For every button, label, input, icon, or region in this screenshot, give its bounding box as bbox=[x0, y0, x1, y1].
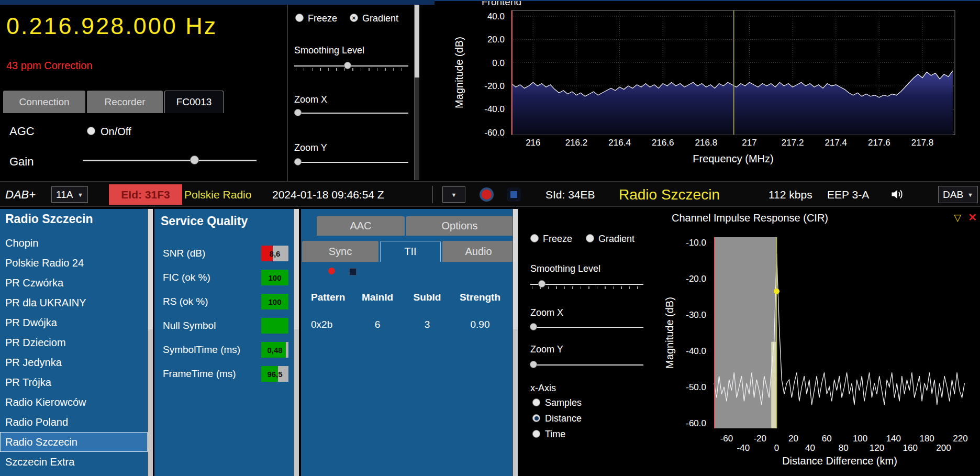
gain-slider-handle[interactable] bbox=[190, 156, 199, 164]
gain-label: Gain bbox=[9, 155, 34, 169]
spectrum-zoomx-handle[interactable] bbox=[294, 109, 302, 116]
xaxis-time-radio[interactable] bbox=[532, 430, 540, 438]
tab-audio[interactable]: Audio bbox=[442, 241, 515, 262]
spectrum-zoomy-slider[interactable] bbox=[294, 157, 408, 169]
gain-slider-track[interactable] bbox=[83, 160, 257, 161]
station-item[interactable]: PR Dzieciom bbox=[0, 333, 148, 352]
tab-fc0013[interactable]: FC0013 bbox=[164, 91, 224, 113]
svg-text:-50.0: -50.0 bbox=[686, 382, 706, 392]
svg-text:Distance Difference (km): Distance Difference (km) bbox=[782, 455, 897, 467]
gain-slider[interactable] bbox=[83, 155, 257, 167]
spectrum-controls-scrollbar[interactable] bbox=[414, 1, 419, 180]
station-item[interactable]: PR Trójka bbox=[0, 372, 148, 392]
tii-cell: 3 bbox=[404, 319, 451, 330]
cir-zoomx-handle[interactable] bbox=[530, 323, 537, 330]
tii-table-header: PatternMainIdSubIdStrength bbox=[301, 292, 513, 303]
tab-aac[interactable]: AAC bbox=[317, 216, 405, 236]
xaxis-samples-label: Samples bbox=[545, 397, 582, 408]
svg-text:-40.0: -40.0 bbox=[484, 104, 505, 114]
service-quality-scrollbar[interactable] bbox=[294, 209, 299, 476]
station-item[interactable]: PR Dwójka bbox=[0, 313, 148, 333]
sq-value-box: 0,48 bbox=[261, 342, 288, 358]
tab-recorder[interactable]: Recorder bbox=[87, 91, 163, 113]
station-item[interactable]: Radio Poland bbox=[0, 412, 148, 432]
sq-label: Null Symbol bbox=[163, 320, 261, 331]
tuner-panel: 0.216.928.000 Hz 43 ppm Correction Conne… bbox=[0, 0, 287, 181]
sq-label: SNR (dB) bbox=[163, 248, 261, 259]
cir-zoomy-handle[interactable] bbox=[530, 361, 537, 368]
record-button[interactable] bbox=[480, 187, 494, 202]
station-item[interactable]: Chopin bbox=[0, 233, 148, 253]
cir-smoothing-slider[interactable] bbox=[530, 279, 643, 291]
scrollbar-thumb[interactable] bbox=[294, 209, 299, 329]
svg-text:-20: -20 bbox=[753, 434, 766, 444]
agc-onoff-radio[interactable] bbox=[87, 127, 95, 135]
svg-text:-40: -40 bbox=[737, 443, 750, 453]
cir-gradient-radio[interactable] bbox=[586, 234, 594, 242]
svg-text:40: 40 bbox=[805, 443, 815, 453]
channel-dropdown[interactable]: 11A▼ bbox=[51, 186, 88, 203]
sq-value-box: 100 bbox=[261, 294, 288, 309]
spectrum-freeze-radio[interactable] bbox=[295, 14, 304, 22]
svg-text:80: 80 bbox=[839, 443, 849, 453]
svg-text:140: 140 bbox=[886, 434, 901, 444]
sq-value-text: 96,5 bbox=[261, 366, 288, 382]
svg-text:20: 20 bbox=[788, 434, 798, 444]
sq-value-text: 8,6 bbox=[261, 246, 288, 261]
sq-value-text: 100 bbox=[261, 294, 288, 309]
scrollbar-thumb[interactable] bbox=[148, 209, 153, 329]
tab-tii[interactable]: TII bbox=[380, 241, 441, 262]
svg-text:60: 60 bbox=[822, 434, 832, 444]
xaxis-distance-radio[interactable] bbox=[532, 414, 540, 422]
svg-text:216: 216 bbox=[526, 138, 540, 148]
tab-sync[interactable]: Sync bbox=[302, 241, 378, 262]
xaxis-samples-radio[interactable] bbox=[532, 398, 540, 406]
spectrum-freeze-label: Freeze bbox=[308, 13, 337, 24]
slider-tickmarks bbox=[532, 286, 642, 289]
spectrum-zoomx-slider[interactable] bbox=[294, 108, 408, 119]
speaker-icon[interactable] bbox=[890, 187, 905, 202]
output-value: DAB bbox=[943, 189, 963, 201]
station-item[interactable]: PR Jedynka bbox=[0, 352, 148, 372]
cir-smoothing-handle[interactable] bbox=[538, 280, 545, 287]
spectrum-gradient-radio[interactable] bbox=[350, 14, 358, 22]
cir-freeze-radio[interactable] bbox=[530, 234, 539, 242]
svg-text:40.0: 40.0 bbox=[487, 12, 505, 21]
cir-zoomy-label: Zoom Y bbox=[530, 344, 563, 355]
sq-value-text: 100 bbox=[261, 270, 288, 285]
spectrum-zoomx-label: Zoom X bbox=[294, 94, 327, 105]
sq-value-box bbox=[261, 318, 288, 334]
stations-scrollbar[interactable] bbox=[148, 209, 153, 476]
station-item[interactable]: Polskie Radio 24 bbox=[0, 253, 148, 273]
svg-text:216.8: 216.8 bbox=[695, 138, 718, 148]
svg-text:0.0: 0.0 bbox=[492, 58, 505, 68]
tab-options[interactable]: Options bbox=[406, 216, 513, 236]
presets-dropdown[interactable]: ▼ bbox=[442, 186, 465, 203]
scrollbar-thumb[interactable] bbox=[415, 4, 419, 78]
tii-table-row: 0x2b630.90 bbox=[301, 319, 513, 330]
stations-header: Radio Szczecin bbox=[5, 212, 93, 226]
station-item[interactable]: PR dla UKRAINY bbox=[0, 293, 148, 313]
output-dropdown[interactable]: DAB▼ bbox=[938, 186, 978, 203]
station-item[interactable]: Radio Szczecin bbox=[0, 432, 148, 452]
svg-text:Magnitude (dB): Magnitude (dB) bbox=[453, 37, 465, 108]
cir-zoomy-slider[interactable] bbox=[530, 360, 643, 371]
tii-scrollbar[interactable] bbox=[513, 209, 518, 476]
svg-text:-60.0: -60.0 bbox=[686, 418, 706, 428]
cir-zoomx-slider[interactable] bbox=[530, 322, 643, 334]
chevron-down-icon: ▼ bbox=[451, 192, 457, 198]
station-item[interactable]: PR Czwórka bbox=[0, 273, 148, 293]
scrollbar-thumb[interactable] bbox=[513, 209, 518, 329]
bar-divider bbox=[432, 186, 433, 203]
tab-connection[interactable]: Connection bbox=[3, 91, 85, 113]
service-quality-rows: SNR (dB)8,6FIC (ok %)100RS (ok %)100Null… bbox=[154, 241, 294, 386]
station-item[interactable]: Szczecin Extra bbox=[0, 452, 148, 472]
svg-text:217.4: 217.4 bbox=[825, 138, 847, 148]
stop-button[interactable] bbox=[507, 187, 521, 202]
station-item[interactable]: Radio Kierowców bbox=[0, 392, 148, 412]
current-service-name: Radio Szczecin bbox=[619, 182, 720, 207]
station-list: ChopinPolskie Radio 24PR CzwórkaPR dla U… bbox=[0, 233, 148, 472]
spectrum-smoothing-slider[interactable] bbox=[294, 61, 408, 72]
spectrum-gradient-label: Gradient bbox=[362, 13, 398, 24]
spectrum-zoomy-handle[interactable] bbox=[294, 158, 302, 165]
